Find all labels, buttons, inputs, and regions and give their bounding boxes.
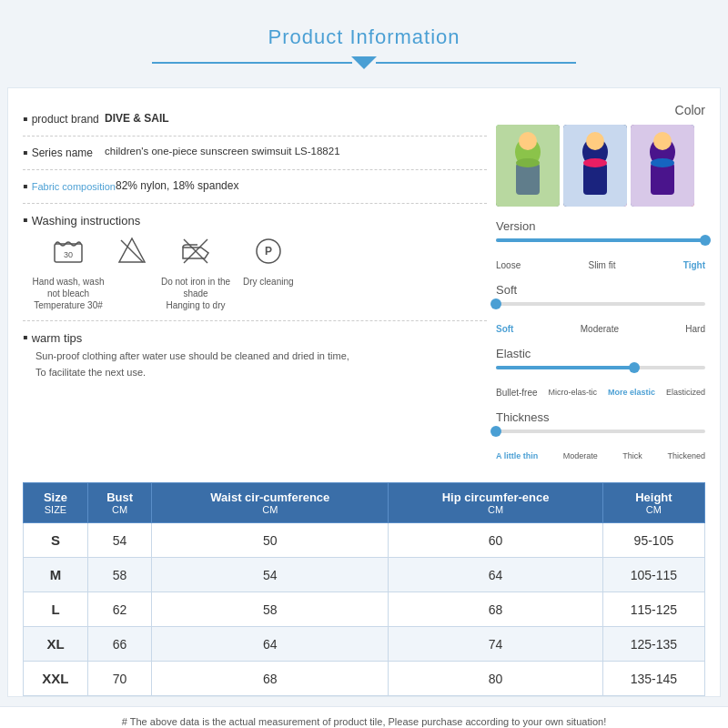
header-line-left	[152, 62, 352, 64]
thickness-track-wrap	[496, 430, 705, 448]
product-image-1	[496, 125, 560, 207]
fabric-row: ▪ Fabric composition 82% nylon, 18% span…	[23, 170, 487, 204]
svg-rect-10	[516, 163, 540, 195]
version-labels: Loose Slim fit Tight	[496, 260, 705, 270]
thickness-opt-2: Thick	[622, 451, 642, 460]
info-panel: ▪ product brand DIVE & SAIL ▪ Series nam…	[23, 103, 487, 473]
svg-point-12	[519, 132, 537, 150]
cell-bust: 54	[87, 523, 151, 558]
table-row: M585464105-115	[24, 558, 705, 592]
bullet-icon: ▪	[23, 112, 28, 126]
brand-label: ▪ product brand	[23, 112, 105, 126]
cell-waist: 54	[152, 558, 389, 592]
cell-height: 95-105	[602, 523, 704, 558]
right-panel: Color	[496, 103, 705, 473]
color-label: Color	[496, 103, 705, 117]
col-waist: Waist cir-cumference CM	[152, 483, 389, 523]
no-bleach-icon	[116, 235, 148, 272]
svg-line-3	[121, 240, 143, 262]
table-row: XL666474125-135	[24, 627, 705, 662]
fabric-value: 82% nylon, 18% spandex	[116, 179, 487, 192]
no-iron-icon	[179, 235, 212, 272]
header-triangle	[351, 56, 377, 69]
series-label: ▪ Series name	[23, 146, 105, 160]
page: Product Information ▪ product brand DIVE…	[0, 0, 728, 728]
col-height: Height CM	[602, 483, 704, 523]
cell-height: 135-145	[602, 662, 704, 696]
svg-point-22	[653, 132, 672, 150]
bullet-icon: ▪	[23, 213, 28, 228]
warm-text: Sun-proof clothing after water use shoul…	[23, 349, 487, 380]
product-image-2	[563, 125, 627, 207]
header-divider	[0, 56, 728, 69]
cell-hip: 74	[389, 627, 602, 662]
cell-size: S	[24, 523, 88, 558]
elastic-opt-1: Micro-elas-tic	[549, 388, 598, 398]
series-value: children's one-piece sunscreen swimsuit …	[105, 146, 487, 157]
page-title: Product Information	[0, 25, 728, 49]
version-opt-2: Tight	[683, 260, 705, 270]
version-thumb[interactable]	[700, 235, 711, 246]
version-opt-0: Loose	[496, 260, 521, 270]
svg-point-11	[516, 158, 540, 167]
thickness-track	[496, 430, 705, 433]
thickness-opt-3: Thickened	[667, 451, 705, 460]
brand-value: DIVE & SAIL	[105, 112, 487, 125]
elastic-track-wrap	[496, 366, 705, 384]
cell-waist: 68	[152, 662, 389, 696]
col-bust: Bust CM	[87, 483, 151, 523]
soft-opt-0: Soft	[496, 324, 513, 334]
version-slider-row: Version Loose Slim fit Tight	[496, 219, 705, 270]
soft-track-wrap	[496, 302, 705, 320]
cell-waist: 64	[152, 627, 389, 662]
washing-header: ▪ Washing instructions	[23, 213, 140, 228]
table-header-row: Size SIZE Bust CM Waist cir-cumference C…	[24, 483, 705, 523]
version-opt-1: Slim fit	[588, 260, 615, 270]
soft-slider-row: Soft Soft Moderate Hard	[496, 283, 705, 334]
fabric-label: ▪ Fabric composition	[23, 179, 116, 194]
version-track-wrap	[496, 238, 705, 257]
cell-bust: 70	[87, 662, 151, 696]
elastic-thumb[interactable]	[629, 362, 640, 373]
table-row: L625868115-125	[24, 592, 705, 627]
cell-size: XXL	[24, 662, 88, 696]
soft-opt-1: Moderate	[581, 324, 619, 334]
cell-bust: 62	[87, 592, 151, 627]
washing-row: ▪ Washing instructions 30	[23, 204, 487, 321]
cell-size: XL	[24, 627, 88, 662]
svg-point-17	[586, 132, 604, 150]
elastic-label: Elastic	[496, 347, 705, 360]
brand-row: ▪ product brand DIVE & SAIL	[23, 103, 487, 136]
cell-hip: 64	[389, 558, 602, 592]
wash-icon-no-iron: Do not iron in the shadeHanging to dry	[159, 235, 232, 311]
thickness-thumb[interactable]	[490, 426, 501, 437]
size-table: Size SIZE Bust CM Waist cir-cumference C…	[23, 482, 705, 696]
washing-icons: 30 Hand wash, wash not bleachTemperature…	[23, 235, 294, 311]
cell-waist: 58	[152, 592, 389, 627]
footer-note: # The above data is the actual measureme…	[0, 706, 728, 728]
page-header: Product Information	[0, 0, 728, 78]
cell-hip: 80	[389, 662, 602, 696]
col-size: Size SIZE	[24, 483, 88, 523]
svg-rect-15	[583, 163, 607, 195]
series-row: ▪ Series name children's one-piece sunsc…	[23, 136, 487, 170]
thickness-slider-row: Thickness A little thin Moderate Thick T…	[496, 410, 705, 460]
cell-hip: 60	[389, 523, 602, 558]
wash-icon-dry-clean: P Dry cleaning	[243, 235, 294, 288]
product-images	[496, 125, 705, 207]
main-content: ▪ product brand DIVE & SAIL ▪ Series nam…	[7, 87, 721, 697]
warm-header: ▪ warm tips	[23, 330, 487, 345]
size-table-wrap: Size SIZE Bust CM Waist cir-cumference C…	[23, 482, 705, 696]
soft-thumb[interactable]	[490, 298, 501, 309]
soft-track	[496, 302, 705, 306]
svg-point-21	[651, 158, 674, 167]
cell-waist: 50	[152, 523, 389, 558]
warm-tips-row: ▪ warm tips Sun-proof clothing after wat…	[23, 321, 487, 389]
bullet-icon: ▪	[23, 146, 28, 160]
cell-height: 115-125	[602, 592, 704, 627]
elastic-opt-2: More elastic	[608, 388, 655, 398]
cell-size: L	[24, 592, 88, 627]
thickness-opt-1: Moderate	[563, 451, 598, 460]
version-label: Version	[496, 219, 705, 233]
col-hip: Hip circumfer-ence CM	[389, 483, 602, 523]
